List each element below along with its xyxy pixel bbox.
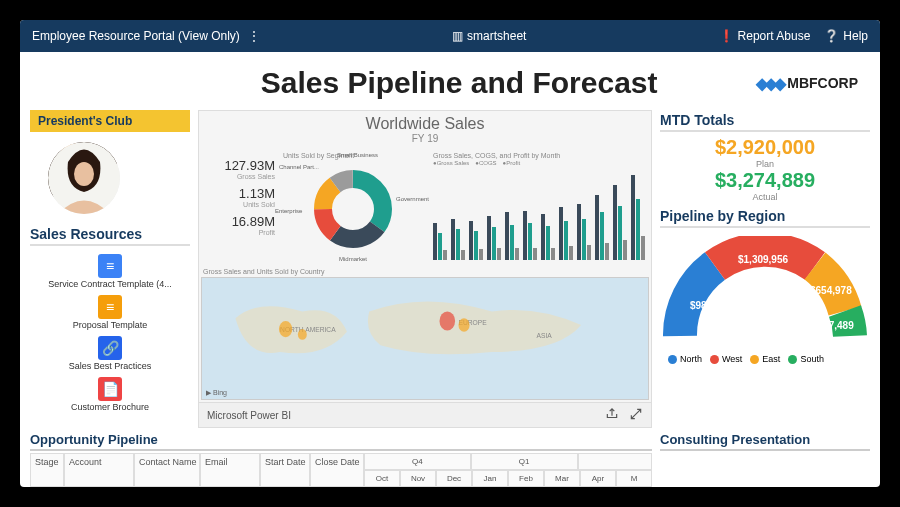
donut-chart <box>303 159 403 259</box>
lg: Profit <box>506 160 520 166</box>
month-label: Feb <box>508 470 544 487</box>
alert-icon: ❗ <box>719 29 734 43</box>
resource-label: Proposal Template <box>73 320 147 330</box>
page-title: Sales Pipeline and Forecast <box>162 66 756 100</box>
resource-item[interactable]: ≡Service Contract Template (4... <box>30 252 190 291</box>
bar-title: Gross Sales, COGS, and Profit by Month <box>433 152 647 159</box>
legend-item: South <box>788 354 824 364</box>
pipeline-gauge-chart: $982,467 $1,309,956 $654,978 $327,489 <box>660 236 870 346</box>
column-header[interactable]: Contact Name <box>134 453 200 487</box>
resource-icon: ≡ <box>98 254 122 278</box>
help-icon: ❔ <box>824 29 839 43</box>
resource-item[interactable]: 🔗Sales Best Practices <box>30 334 190 373</box>
expand-icon[interactable] <box>629 407 643 423</box>
opportunity-pipeline-header: Opportunity Pipeline <box>30 432 652 451</box>
mtd-header: MTD Totals <box>660 110 870 132</box>
lg: Gross Sales <box>437 160 470 166</box>
resource-label: Customer Brochure <box>71 402 149 412</box>
month-label: Apr <box>580 470 616 487</box>
resource-label: Sales Best Practices <box>69 361 152 371</box>
svg-point-2 <box>74 162 94 186</box>
world-map[interactable]: NORTH AMERICA EUROPE ASIA ▶ Bing <box>201 277 649 400</box>
legend-dot-icon <box>668 355 677 364</box>
resource-icon: ≡ <box>98 295 122 319</box>
avatar <box>48 142 120 214</box>
column-header[interactable]: Email <box>200 453 260 487</box>
mtd-actual-value: $3,274,889 <box>660 169 870 192</box>
legend-item: North <box>668 354 702 364</box>
report-abuse-link[interactable]: ❗ Report Abuse <box>719 29 811 43</box>
help-label: Help <box>843 29 868 43</box>
month-label: M <box>616 470 652 487</box>
resource-icon: 🔗 <box>98 336 122 360</box>
sales-resources-header: Sales Resources <box>30 224 190 246</box>
bing-attrib: ▶ Bing <box>206 389 227 397</box>
month-label: Jan <box>472 470 508 487</box>
legend-dot-icon <box>750 355 759 364</box>
worldwide-subtitle: FY 19 <box>203 133 647 144</box>
month-label: Dec <box>436 470 472 487</box>
lg: COGS <box>479 160 497 166</box>
monthly-bar-chart <box>433 170 647 260</box>
presidents-club-badge: President's Club <box>30 110 190 132</box>
seg-label: Enterprise <box>275 208 302 214</box>
corp-logo-text: MBFCORP <box>787 75 858 91</box>
svg-point-14 <box>439 312 455 331</box>
month-label: Oct <box>364 470 400 487</box>
consulting-presentation-header: Consulting Presentation <box>660 432 870 451</box>
svg-point-12 <box>279 321 292 337</box>
portal-menu-icon[interactable]: ⋮ <box>248 29 260 43</box>
seg-label: Channel Part... <box>279 164 319 170</box>
smartsheet-icon: ▥ <box>452 29 463 43</box>
quarter-label: Q1 <box>471 453 578 470</box>
map-title: Gross Sales and Units Sold by Country <box>199 268 651 275</box>
column-header[interactable]: Stage <box>30 453 64 487</box>
resource-label: Service Contract Template (4... <box>48 279 171 289</box>
column-header[interactable]: Account <box>64 453 134 487</box>
share-icon[interactable] <box>605 407 619 423</box>
svg-text:ASIA: ASIA <box>537 331 552 341</box>
month-label: Nov <box>400 470 436 487</box>
legend-item: West <box>710 354 742 364</box>
resource-item[interactable]: ≡Proposal Template <box>30 293 190 332</box>
month-label: Mar <box>544 470 580 487</box>
kpi: 127.93MGross Sales <box>203 158 275 180</box>
brand-name: smartsheet <box>467 29 526 43</box>
mtd-plan-value: $2,920,000 <box>660 136 870 159</box>
legend-dot-icon <box>710 355 719 364</box>
kpi: 1.13MUnits Sold <box>203 186 275 208</box>
corp-logo: ◆◆◆ MBFCORP <box>756 74 858 93</box>
worldwide-title: Worldwide Sales <box>203 115 647 133</box>
logo-mark-icon: ◆◆◆ <box>756 74 783 93</box>
svg-point-15 <box>458 318 469 331</box>
portal-title: Employee Resource Portal (View Only) <box>32 29 240 43</box>
mtd-actual-label: Actual <box>660 192 870 202</box>
pipeline-region-header: Pipeline by Region <box>660 206 870 228</box>
seg-label: Midmarket <box>339 256 367 262</box>
svg-point-13 <box>298 329 307 340</box>
kpi: 16.89MProfit <box>203 214 275 236</box>
svg-text:$982,467: $982,467 <box>690 300 732 311</box>
svg-text:$1,309,956: $1,309,956 <box>738 254 788 265</box>
column-header[interactable]: Close Date <box>310 453 364 487</box>
seg-label: Government <box>396 196 429 202</box>
legend-item: East <box>750 354 780 364</box>
mtd-plan-label: Plan <box>660 159 870 169</box>
column-header[interactable]: Start Date <box>260 453 310 487</box>
resource-item[interactable]: 📄Customer Brochure <box>30 375 190 414</box>
svg-text:$327,489: $327,489 <box>812 320 854 331</box>
legend-dot-icon <box>788 355 797 364</box>
quarter-label: Q4 <box>364 453 471 470</box>
seg-label: Small Business <box>337 152 378 158</box>
help-link[interactable]: ❔ Help <box>824 29 868 43</box>
resource-icon: 📄 <box>98 377 122 401</box>
powerbi-attribution: Microsoft Power BI <box>207 410 291 421</box>
svg-text:$654,978: $654,978 <box>810 285 852 296</box>
report-abuse-label: Report Abuse <box>738 29 811 43</box>
